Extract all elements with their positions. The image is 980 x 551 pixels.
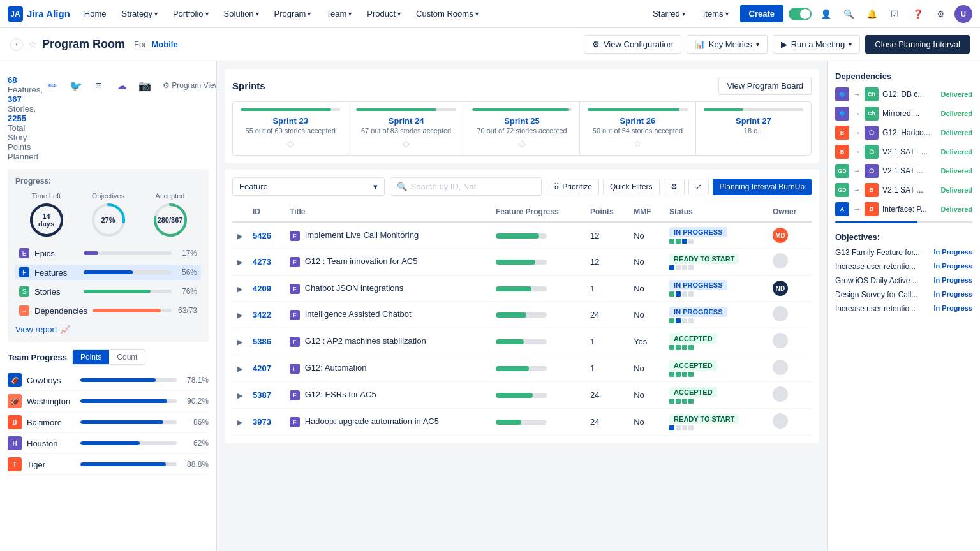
row-id[interactable]: 3422 (253, 310, 271, 320)
burnup-button[interactable]: Planning Interval BurnUp (713, 179, 812, 195)
notifications-icon[interactable]: 🔔 (863, 5, 880, 23)
row-id[interactable]: 3973 (253, 417, 271, 427)
view-icon-list[interactable]: ✏ (43, 75, 63, 96)
stories-progress-row[interactable]: S Stories 76% (15, 284, 201, 299)
objectives-circle: Objectives 27% (91, 192, 126, 238)
nav-solution[interactable]: Solution ▾ (218, 6, 265, 21)
tiger-pct: 88.8% (182, 460, 209, 469)
search-icon[interactable]: 🔍 (840, 5, 858, 23)
sprint-card-26[interactable]: Sprint 26 50 out of 54 stories accepted … (580, 102, 695, 155)
user-avatar[interactable]: U (954, 5, 972, 23)
row-title: G12 : Team innovation for AC5 (305, 256, 418, 266)
summary-text: 68 Features, 367 Stories, 2255 Total Sto… (8, 75, 43, 161)
epics-progress-row[interactable]: E Epics 17% (15, 246, 201, 261)
close-interval-button[interactable]: Close Planning Interval (865, 35, 970, 54)
features-count: 68 (8, 75, 17, 85)
obj-item: Grow iOS Daily Active ... In Progress (835, 276, 972, 285)
status-col-header[interactable]: Status (664, 202, 768, 222)
status-dot (688, 372, 694, 377)
nav-strategy[interactable]: Strategy ▾ (115, 6, 163, 21)
favorite-star-icon[interactable]: ☆ (28, 38, 37, 50)
points-col-header[interactable]: Points (585, 202, 628, 222)
expand-row-btn[interactable]: ▶ (237, 258, 242, 266)
sidebar-collapse-button[interactable]: ‹ (10, 38, 23, 51)
row-id[interactable]: 5387 (253, 390, 271, 400)
expand-row-btn[interactable]: ▶ (237, 365, 242, 372)
nav-items[interactable]: Items ▾ (697, 6, 735, 21)
points-tab[interactable]: Points (73, 350, 109, 364)
id-col-header[interactable]: ID (248, 202, 285, 222)
owner-col-header[interactable]: Owner (768, 202, 812, 222)
houston-pct: 62% (182, 439, 209, 448)
nav-program[interactable]: Program ▾ (268, 6, 318, 21)
view-icon-board[interactable]: ≡ (89, 75, 109, 96)
row-id[interactable]: 4273 (253, 257, 271, 267)
nav-starred[interactable]: Starred ▾ (646, 6, 692, 21)
row-mmf: No (628, 222, 664, 249)
count-tab[interactable]: Count (109, 350, 145, 364)
title-col-header[interactable]: Title (285, 202, 491, 222)
row-id[interactable]: 4207 (253, 364, 271, 373)
nav-home[interactable]: Home (78, 6, 113, 21)
expand-icon-button[interactable]: ⤢ (688, 179, 709, 195)
row-title: Chatbot JSON integrations (305, 283, 404, 293)
feature-filter-select[interactable]: Feature ▾ (232, 177, 385, 196)
mobile-label[interactable]: Mobile (152, 40, 178, 49)
toggle-switch[interactable] (789, 8, 812, 20)
view-icon-camera[interactable]: 📷 (135, 75, 155, 96)
features-progress-row[interactable]: F Features 56% (15, 265, 201, 280)
page-title: Program Room For Mobile (42, 38, 178, 51)
view-icon-cloud[interactable]: ☁ (112, 75, 132, 96)
team-progress-title: Team Progress (8, 353, 67, 362)
dep-from-icon: GD (835, 164, 849, 178)
status-badge: IN PROGRESS (669, 227, 727, 237)
view-report-link[interactable]: View report 📈 (15, 325, 70, 334)
row-id[interactable]: 5386 (253, 337, 271, 346)
nav-portfolio[interactable]: Portfolio ▾ (167, 6, 215, 21)
help-icon[interactable]: ❓ (909, 5, 926, 23)
checkbox-icon[interactable]: ☑ (886, 5, 903, 23)
obj-label: G13 Family Feature for... (835, 248, 930, 257)
expand-row-btn[interactable]: ▶ (237, 338, 242, 346)
quick-filters-button[interactable]: Quick Filters (603, 179, 660, 195)
expand-row-btn[interactable]: ▶ (237, 418, 242, 426)
nav-team[interactable]: Team ▾ (320, 6, 358, 21)
program-view-label[interactable]: ⚙ Program View (163, 75, 217, 96)
baltimore-logo: B (8, 415, 22, 429)
settings-icon-button[interactable]: ⚙ (664, 179, 685, 195)
progress-label: Progress: (15, 177, 201, 186)
user-profile-icon[interactable]: 👤 (817, 5, 835, 23)
feature-search-box[interactable]: 🔍 Search by ID, Nar (390, 177, 542, 196)
dep-from-icon: GD (835, 183, 849, 197)
row-id[interactable]: 4209 (253, 284, 271, 293)
center-panel: Sprints View Program Board Sprint 23 55 … (217, 61, 827, 551)
nav-custom-rooms[interactable]: Custom Rooms ▾ (410, 6, 485, 21)
tiger-bar-fill (80, 462, 166, 466)
prioritize-button[interactable]: ⠿ Prioritize (547, 179, 599, 195)
create-button[interactable]: Create (740, 5, 783, 22)
sprint-card-23[interactable]: Sprint 23 55 out of 60 stories accepted … (233, 102, 348, 155)
sprint-card-24[interactable]: Sprint 24 67 out of 83 stories accepted … (348, 102, 464, 155)
row-id[interactable]: 5426 (253, 231, 271, 240)
progress-col-header[interactable]: Feature Progress (491, 202, 585, 222)
dep-to-icon: B (865, 202, 879, 216)
status-dot (676, 291, 681, 297)
expand-row-btn[interactable]: ▶ (237, 285, 242, 293)
app-logo[interactable]: JA Jira Align (8, 6, 70, 22)
dep-status: Delivered (940, 148, 972, 156)
view-program-board-button[interactable]: View Program Board (718, 77, 812, 95)
run-meeting-button[interactable]: ▶ Run a Meeting ▾ (773, 35, 861, 54)
settings-icon[interactable]: ⚙ (932, 5, 949, 23)
expand-row-btn[interactable]: ▶ (237, 232, 242, 240)
nav-product[interactable]: Product ▾ (360, 6, 407, 21)
view-configuration-button[interactable]: ⚙ View Configuration (584, 35, 681, 54)
sprint-card-27[interactable]: Sprint 27 18 c... (696, 102, 811, 155)
mmf-col-header[interactable]: MMF (628, 202, 664, 222)
expand-row-btn[interactable]: ▶ (237, 311, 242, 319)
key-metrics-button[interactable]: 📊 Key Metrics ▾ (687, 35, 768, 54)
sprint-card-25[interactable]: Sprint 25 70 out of 72 stories accepted … (464, 102, 580, 155)
row-mmf: No (628, 249, 664, 276)
view-icon-chart[interactable]: 🐦 (66, 75, 86, 96)
dependencies-progress-row[interactable]: → Dependencies 63/73 (15, 303, 201, 318)
expand-row-btn[interactable]: ▶ (237, 392, 242, 399)
